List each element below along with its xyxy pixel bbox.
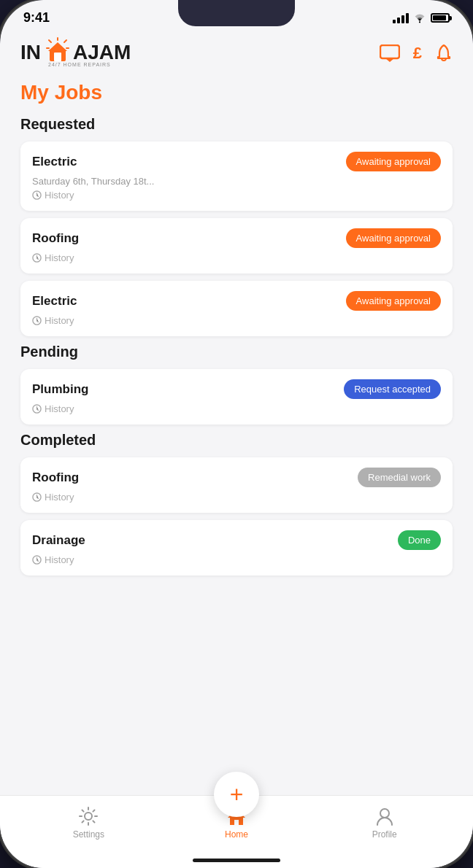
page-title: My Jobs: [20, 81, 453, 104]
job-card-job4[interactable]: PlumbingRequest acceptedHistory: [20, 369, 453, 425]
svg-line-7: [49, 40, 51, 42]
profile-label: Profile: [372, 829, 397, 840]
svg-point-0: [419, 21, 420, 23]
logo: IN: [20, 37, 130, 69]
app-header: IN: [20, 31, 453, 81]
fab-container: +: [214, 772, 259, 817]
job-name-job5: Roofing: [32, 470, 79, 485]
section-header-completed: Completed: [20, 432, 453, 449]
svg-marker-13: [385, 58, 394, 62]
clock-icon: [32, 190, 42, 200]
svg-rect-9: [54, 53, 61, 61]
notch: [178, 0, 295, 26]
signal-icon: [393, 13, 409, 23]
job-history-job2[interactable]: History: [32, 252, 441, 263]
status-icons: [393, 13, 450, 23]
nav-item-settings[interactable]: Settings: [15, 806, 163, 840]
message-icon[interactable]: [380, 44, 400, 62]
header-icons: £: [380, 44, 453, 63]
clock-icon: [32, 253, 42, 263]
settings-icon: [78, 806, 99, 826]
nav-item-profile[interactable]: Profile: [310, 806, 458, 840]
clock-icon: [32, 316, 42, 325]
bell-icon[interactable]: [435, 44, 453, 63]
job-card-job3[interactable]: ElectricAwaiting approvalHistory: [20, 281, 453, 336]
sections-container: RequestedElectricAwaiting approvalSaturd…: [20, 116, 453, 576]
svg-rect-12: [380, 45, 399, 58]
svg-point-20: [85, 813, 92, 820]
section-completed: CompletedRoofingRemedial workHistoryDrai…: [20, 432, 453, 576]
job-date-job1: Saturday 6th, Thursday 18t...: [32, 176, 441, 187]
job-name-job2: Roofing: [32, 231, 79, 246]
job-badge-job2: Awaiting approval: [346, 228, 441, 248]
phone-frame: 9:41: [0, 0, 473, 868]
job-name-job1: Electric: [32, 155, 77, 169]
job-badge-job6: Done: [398, 530, 441, 550]
home-indicator: [193, 859, 280, 862]
job-card-job5[interactable]: RoofingRemedial workHistory: [20, 457, 453, 513]
clock-icon: [32, 492, 42, 502]
section-header-pending: Pending: [20, 344, 453, 360]
job-card-job2[interactable]: RoofingAwaiting approvalHistory: [20, 218, 453, 274]
job-history-job3[interactable]: History: [32, 315, 441, 326]
battery-icon: [431, 13, 450, 23]
job-history-job4[interactable]: History: [32, 403, 441, 414]
svg-text:IN: IN: [20, 41, 41, 63]
job-name-job3: Electric: [32, 294, 77, 309]
job-name-job6: Drainage: [32, 533, 85, 548]
logo-svg: IN: [20, 37, 130, 69]
job-card-job1[interactable]: ElectricAwaiting approvalSaturday 6th, T…: [20, 142, 453, 211]
job-history-job6[interactable]: History: [32, 554, 441, 565]
svg-point-23: [380, 809, 389, 818]
section-header-requested: Requested: [20, 116, 453, 133]
job-card-job6[interactable]: DrainageDoneHistory: [20, 520, 453, 576]
profile-icon: [374, 806, 395, 826]
job-history-job5[interactable]: History: [32, 492, 441, 503]
job-badge-job3: Awaiting approval: [346, 291, 441, 311]
job-badge-job1: Awaiting approval: [346, 152, 441, 171]
wifi-icon: [413, 13, 426, 23]
settings-label: Settings: [73, 829, 104, 840]
plus-icon: +: [230, 783, 244, 806]
job-badge-job4: Request accepted: [344, 379, 441, 399]
section-requested: RequestedElectricAwaiting approvalSaturd…: [20, 116, 453, 336]
app-content: IN: [0, 31, 473, 834]
svg-line-5: [64, 40, 66, 42]
job-badge-job5: Remedial work: [358, 468, 441, 487]
clock-icon: [32, 404, 42, 414]
pound-icon[interactable]: £: [413, 44, 422, 63]
home-label: Home: [225, 829, 248, 840]
phone-screen: 9:41: [0, 0, 473, 868]
add-job-button[interactable]: +: [214, 772, 259, 817]
svg-marker-3: [48, 42, 67, 51]
svg-text:24/7 HOME REPAIRS: 24/7 HOME REPAIRS: [48, 62, 111, 67]
job-name-job4: Plumbing: [32, 382, 88, 397]
section-pending: PendingPlumbingRequest acceptedHistory: [20, 344, 453, 425]
clock-icon: [32, 555, 42, 565]
status-time: 9:41: [23, 10, 50, 26]
svg-text:AJAM: AJAM: [73, 41, 130, 63]
job-history-job1[interactable]: History: [32, 190, 441, 201]
